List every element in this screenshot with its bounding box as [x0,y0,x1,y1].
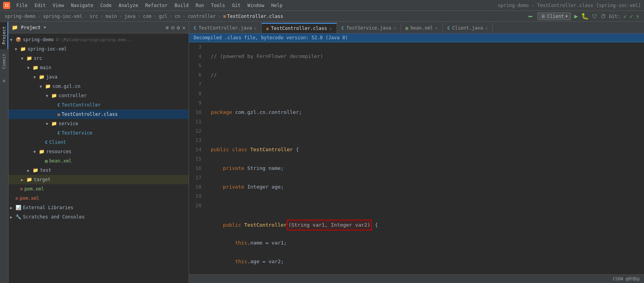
tree-item-bean-xml[interactable]: ▶ ▤ bean.xml [9,156,189,166]
tree-item-target[interactable]: ▶ 📁 target [9,175,189,184]
tree-label-spring-ioc-xml: spring-ioc-xml [28,46,67,52]
breadcrumb-spring-ioc-xml[interactable]: spring-ioc-xml [43,14,82,19]
tab-testcontroller-class[interactable]: ▣ TestController.class ✕ [262,23,337,33]
git-push-icon[interactable]: ↑ [636,13,639,19]
menu-refactor[interactable]: Refactor [142,2,171,9]
breadcrumb-cn[interactable]: cn [175,14,180,19]
tree-item-service[interactable]: ▼ 📁 service [9,119,189,128]
breadcrumb-sep-3: › [101,14,103,19]
tab-testservice-java[interactable]: C TestService.java ✕ [337,23,401,33]
side-tab-project[interactable]: Project [0,22,8,49]
panel-icon-add[interactable]: ⊕ [165,24,168,31]
breadcrumb-com[interactable]: com [143,14,151,19]
client-dropdown[interactable]: 🖥 Client ▼ [537,12,571,20]
nav-back-btn[interactable]: ⬅ [526,12,534,21]
breadcrumb-sep-2: › [85,14,87,19]
tree-item-testcontroller-java[interactable]: ▶ C TestController [9,100,189,110]
tree-item-ext-libs[interactable]: ▶ 📊 External Libraries [9,203,189,212]
tree-item-testservice[interactable]: ▶ C TestService [9,128,189,138]
panel-icon-close[interactable]: ✕ [182,24,186,31]
tree-item-resources[interactable]: ▼ 📁 resources [9,147,189,156]
tab-close-2[interactable]: ✕ [329,26,332,31]
tab-bean-xml[interactable]: ▤ bean.xml ✕ [401,23,443,33]
main-icon: 📁 [33,65,38,70]
run-button[interactable]: ▶ [574,12,578,20]
line-5 [211,89,638,98]
breadcrumb-controller[interactable]: controller [188,14,216,19]
status-csdn: CSDN @怀彻@ [613,276,639,282]
tab-testcontroller-java[interactable]: C TestController.java ✕ [189,23,262,33]
menu-tools[interactable]: Tools [208,2,228,9]
side-tab-settings[interactable]: ⚙ [0,74,8,88]
tree-item-testcontroller-class[interactable]: ▶ ▣ TestController.class [9,110,189,119]
tab-close-4[interactable]: ✕ [435,26,437,30]
tree-item-src[interactable]: ▼ 📁 src [9,54,189,63]
ext-libs-icon: 📊 [16,205,21,210]
code-content: // (powered by FernFlower decompiler) //… [205,42,644,274]
tree-item-test[interactable]: ▶ 📁 test [9,166,189,175]
menu-edit[interactable]: Edit [31,2,49,9]
breadcrumb-sep-6: › [154,14,156,19]
git-check-icon: ✓ [623,13,627,19]
tree-item-scratches[interactable]: ▶ 🔧 Scratches and Consoles [9,212,189,222]
breadcrumb-main[interactable]: main [106,14,117,19]
class-file-icon: ▣ [223,14,226,19]
tree-path: D:\MyCode\spring\spring-dem... [56,37,133,42]
panel-title-arrow[interactable]: ▼ [44,25,46,30]
tree-label-bean-xml: bean.xml [49,158,72,164]
tab-close-5[interactable]: ✕ [485,26,488,30]
debug-button[interactable]: 🐛 [581,12,589,20]
tree-arrow-com: ▼ [40,84,44,89]
menu-run[interactable]: Run [193,2,207,9]
panel-icon-collapse[interactable]: ⊟ [171,24,174,31]
breadcrumb-spring-demo[interactable]: spring-demo [5,14,35,19]
tab-client-java[interactable]: C Client.java ✕ [443,23,493,33]
breadcrumb-testcontroller-class[interactable]: TestController.class [227,14,283,19]
tree-label-pom-module: pom.xml [24,186,44,192]
tree-item-pom-module[interactable]: ▶ m pom.xml [9,184,189,194]
line-4: // [211,70,638,80]
tree-arrow-controller: ▼ [46,94,50,98]
menu-analyze[interactable]: Analyze [115,2,141,9]
decompile-notice: Decompiled .class file, bytecode version… [189,33,644,42]
tree-label-service: service [59,121,78,126]
xml-icon: ▤ [45,159,48,164]
line-9: private String name; [211,164,638,173]
tab-close-1[interactable]: ✕ [254,26,257,30]
tab-close-3[interactable]: ✕ [394,26,396,30]
code-editor[interactable]: 3 4 5 6 7 8 9 10 11 12 13 14 15 16 17 18… [189,42,644,274]
tree-item-main[interactable]: ▼ 📁 main [9,63,189,72]
panel-icons: ⊕ ⊟ ⚙ ✕ [165,24,186,31]
git-check2-icon: ✓ [630,13,633,19]
panel-icon-settings[interactable]: ⚙ [177,24,180,31]
tree-item-spring-demo[interactable]: ▼ 📦 spring-demo D:\MyCode\spring\spring-… [9,35,189,44]
tree-item-java[interactable]: ▼ 📁 java [9,72,189,82]
coverage-button[interactable]: 🛡 [592,13,597,19]
tree-item-spring-ioc-xml[interactable]: ▼ 📁 spring-ioc-xml [9,44,189,54]
breadcrumb-sep-4: › [119,14,122,19]
dropdown-arrow-icon: ▼ [566,14,568,18]
menu-code[interactable]: Code [97,2,115,9]
side-tab-commit[interactable]: Commit [0,49,8,74]
breadcrumb-src[interactable]: src [90,14,98,19]
menu-navigate[interactable]: Navigate [68,2,97,9]
breadcrumb-gzl[interactable]: gzl [159,14,167,19]
menu-help[interactable]: Help [268,2,286,9]
breadcrumb-java[interactable]: java [124,14,135,19]
tree-item-pom-root[interactable]: ▶ m pom.xml [9,194,189,203]
tree-item-com-gzl-cn[interactable]: ▼ 📁 com.gzl.cn [9,82,189,91]
menu-view[interactable]: View [50,2,67,9]
project-panel: 📁 Project ▼ ⊕ ⊟ ⚙ ✕ ▼ 📦 spring-demo D:\M… [9,22,189,283]
tab-java-icon-5: C [447,26,450,31]
status-bar: CSDN @怀彻@ [189,274,644,283]
menu-build[interactable]: Build [172,2,192,9]
tab-java-icon-1: C [194,26,196,31]
profile-button[interactable]: ⏱ [601,13,606,19]
menu-git[interactable]: Git [229,2,244,9]
class-icon: ▣ [57,112,60,117]
menu-window[interactable]: Window [244,2,267,9]
tree-item-controller[interactable]: ▼ 📁 controller [9,91,189,100]
menu-file[interactable]: File [13,2,31,9]
service-icon: 📁 [51,121,57,126]
tree-item-client[interactable]: ▶ C Client [9,138,189,147]
